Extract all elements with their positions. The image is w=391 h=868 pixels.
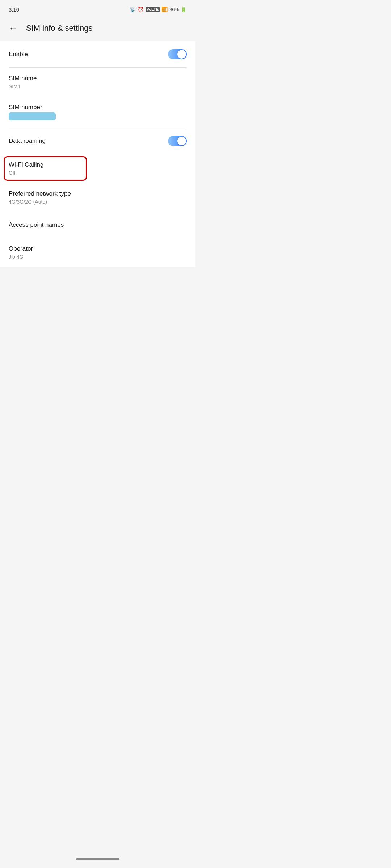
enable-text: Enable — [9, 51, 28, 58]
access-point-text: Access point names — [9, 221, 64, 229]
volte-icon: VoLTE — [146, 7, 160, 12]
wifi-calling-label: Wi-Fi Calling — [9, 161, 43, 169]
battery-icon: 🔋 — [181, 7, 187, 12]
access-point-label: Access point names — [9, 221, 64, 229]
status-icons: 📡 ⏰ VoLTE 📶 46% 🔋 — [130, 7, 187, 12]
operator-label: Operator — [9, 245, 33, 252]
operator-value: Jio 4G — [9, 254, 33, 260]
data-roaming-text: Data roaming — [9, 137, 46, 145]
preferred-network-row[interactable]: Preferred network type 4G/3G/2G (Auto) — [0, 183, 196, 212]
status-time: 3:10 — [9, 7, 19, 13]
enable-label: Enable — [9, 51, 28, 58]
hotspot-icon: 📡 — [130, 7, 136, 12]
data-roaming-toggle-knob — [177, 137, 186, 145]
wifi-calling-row[interactable]: Wi-Fi Calling Off — [0, 154, 196, 183]
page-title: SIM info & settings — [26, 24, 92, 33]
sim-number-label: SIM number — [9, 104, 42, 111]
sim-name-row[interactable]: SIM name SIM1 — [0, 68, 196, 97]
access-point-row[interactable]: Access point names — [0, 212, 196, 238]
sim-number-redacted — [9, 112, 56, 120]
battery-percent: 46% — [169, 7, 179, 12]
data-roaming-row[interactable]: Data roaming — [0, 128, 196, 154]
toolbar: ← SIM info & settings — [0, 18, 196, 41]
sim-name-text: SIM name SIM1 — [9, 75, 37, 89]
preferred-network-label: Preferred network type — [9, 190, 71, 197]
sim-name-label: SIM name — [9, 75, 37, 82]
data-roaming-toggle[interactable] — [168, 136, 187, 146]
back-button[interactable]: ← — [6, 21, 20, 35]
signal-icon: 📶 — [161, 7, 168, 12]
enable-row[interactable]: Enable — [0, 41, 196, 67]
alarm-icon: ⏰ — [138, 7, 144, 12]
preferred-network-text: Preferred network type 4G/3G/2G (Auto) — [9, 190, 71, 205]
operator-row[interactable]: Operator Jio 4G — [0, 238, 196, 267]
enable-toggle[interactable] — [168, 49, 187, 59]
operator-text: Operator Jio 4G — [9, 245, 33, 260]
enable-toggle-knob — [177, 50, 186, 59]
status-bar: 3:10 📡 ⏰ VoLTE 📶 46% 🔋 — [0, 0, 196, 18]
sim-name-value: SIM1 — [9, 84, 37, 89]
wifi-calling-value: Off — [9, 170, 43, 176]
wifi-calling-text: Wi-Fi Calling Off — [9, 161, 43, 176]
sim-number-row[interactable]: SIM number — [0, 97, 196, 128]
data-roaming-label: Data roaming — [9, 137, 46, 145]
preferred-network-value: 4G/3G/2G (Auto) — [9, 199, 71, 205]
settings-content: Enable SIM name SIM1 SIM number Data roa… — [0, 41, 196, 267]
